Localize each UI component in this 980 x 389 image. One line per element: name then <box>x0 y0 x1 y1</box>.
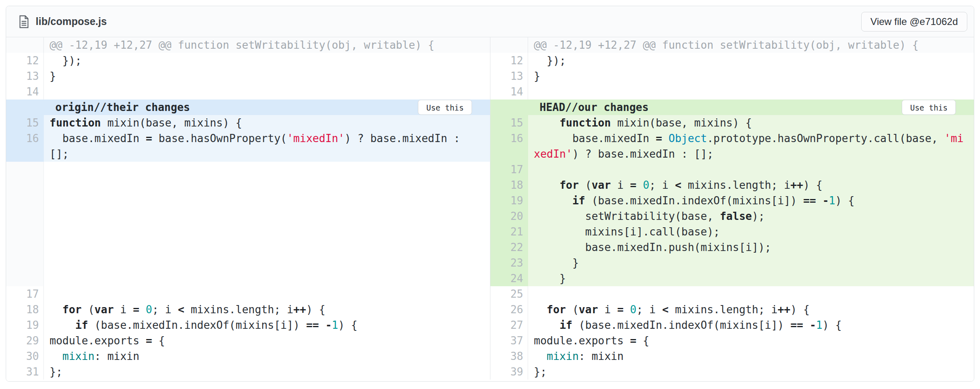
code-token-k: function <box>560 117 611 129</box>
code-row: 14 <box>490 84 974 100</box>
use-this-button[interactable]: Use this <box>902 100 956 115</box>
code-token: mixins.length; i <box>669 303 778 316</box>
code-token <box>50 303 62 316</box>
code-line: base.mixedIn = Object.prototype.hasOwnPr… <box>528 131 974 146</box>
code-token: }; <box>534 366 547 378</box>
code-token-k: false <box>720 210 752 222</box>
spacer-gutter <box>6 162 44 286</box>
code-token: .prototype.hasOwnProperty.call(base, <box>707 132 944 145</box>
code-row: xedIn') ? base.mixedIn : []; <box>490 146 974 162</box>
code-token: module.exports <box>534 335 630 347</box>
code-token-s: 'mixedIn' <box>287 132 345 145</box>
line-number: 31 <box>6 364 44 380</box>
code-token-k: - <box>822 194 829 207</box>
use-this-button[interactable]: Use this <box>418 100 472 115</box>
code-token-k: = <box>146 335 152 347</box>
line-number: 15 <box>490 115 528 131</box>
code-line: }; <box>528 364 974 380</box>
code-token <box>50 350 62 362</box>
code-row: 18 for (var i = 0; i < mixins.length; i+… <box>490 177 974 193</box>
code-token: mixin(base, mixins) { <box>101 117 242 129</box>
code-token <box>637 179 643 191</box>
code-row: 25 <box>490 286 974 302</box>
code-row: 22 base.mixedIn.push(mixins[i]); <box>490 240 974 255</box>
code-row: 13} <box>490 68 974 84</box>
code-row: 12 }); <box>6 53 490 68</box>
code-line: }); <box>44 53 490 68</box>
code-token-n: 1 <box>829 194 835 207</box>
code-token: } <box>50 70 56 82</box>
code-token: ( <box>579 179 592 191</box>
line-number: 30 <box>6 348 44 364</box>
code-line: } <box>44 68 490 84</box>
code-token-n: 0 <box>643 179 649 191</box>
code-token <box>534 303 547 316</box>
line-number: 18 <box>490 177 528 193</box>
conflict-banner-label: origin//their changes <box>55 101 190 113</box>
alignment-spacer <box>6 162 490 286</box>
line-number: 25 <box>490 286 528 302</box>
file-icon <box>18 15 29 28</box>
code-token <box>534 117 560 129</box>
code-token-k: = <box>133 303 140 316</box>
code-row: 37module.exports = { <box>490 333 974 348</box>
code-token-k: = <box>146 132 152 145</box>
code-token-n: 0 <box>630 303 637 316</box>
code-row: 24 } <box>490 271 974 286</box>
code-token <box>816 194 823 207</box>
line-number: 38 <box>490 348 528 364</box>
code-token: }; <box>50 366 62 378</box>
line-number: 16 <box>490 131 528 146</box>
code-line: function mixin(base, mixins) { <box>44 115 490 131</box>
conflict-banner-ours: HEAD//our changesUse this <box>490 100 974 115</box>
code-token: { <box>636 335 649 347</box>
code-line <box>44 84 490 100</box>
code-line: }); <box>528 53 974 68</box>
file-name: lib/compose.js <box>36 16 107 27</box>
line-number: 16 <box>6 131 44 146</box>
code-token-k: ++ <box>790 179 803 191</box>
line-number: 13 <box>490 68 528 84</box>
code-token-k: - <box>325 319 332 331</box>
line-number: 27 <box>490 317 528 333</box>
code-row: 31}; <box>6 364 490 380</box>
code-token: ) { <box>338 319 357 331</box>
view-file-button[interactable]: View file @e71062d <box>861 12 967 32</box>
code-token: base.mixedIn.push(mixins[i]); <box>534 241 771 253</box>
file-header: lib/compose.js View file @e71062d <box>6 6 974 37</box>
code-row: 27 if (base.mixedIn.indexOf(mixins[i]) =… <box>490 317 974 333</box>
code-token <box>803 319 810 331</box>
code-row: 17 <box>6 286 490 302</box>
code-token-p: mixin <box>62 350 94 362</box>
code-row: 15 function mixin(base, mixins) { <box>490 115 974 131</box>
line-number: 19 <box>6 317 44 333</box>
code-token-s: 'mi <box>944 132 964 145</box>
line-number <box>6 37 44 53</box>
code-line: } <box>528 255 974 271</box>
code-token: []; <box>50 148 69 160</box>
code-token: i <box>598 303 617 316</box>
code-line: module.exports = { <box>44 333 490 348</box>
code-token: base.hasOwnProperty( <box>152 132 287 145</box>
code-token-b: Object <box>669 132 707 145</box>
code-line: function mixin(base, mixins) { <box>528 115 974 131</box>
code-token: base.mixedIn <box>534 132 656 145</box>
code-row: 16 base.mixedIn = base.hasOwnProperty('m… <box>6 131 490 146</box>
code-line <box>528 162 974 177</box>
code-token: (base.mixedIn.indexOf(mixins[i]) <box>572 319 790 331</box>
code-token-n: 0 <box>146 303 152 316</box>
code-line: base.mixedIn = base.hasOwnProperty('mixe… <box>44 131 490 146</box>
code-token <box>319 319 325 331</box>
hunk-text: @@ -12,19 +12,27 @@ function setWritabil… <box>528 37 974 53</box>
code-token-k: ++ <box>293 303 306 316</box>
line-number: 20 <box>490 208 528 224</box>
code-token-p: mixin <box>547 350 578 362</box>
code-row: 18 for (var i = 0; i < mixins.length; i+… <box>6 302 490 317</box>
code-token: ; i <box>649 179 675 191</box>
code-line <box>528 286 974 302</box>
code-line: if (base.mixedIn.indexOf(mixins[i]) == -… <box>528 317 974 333</box>
code-row: 20 setWritability(base, false); <box>490 208 974 224</box>
code-row: 38 mixin: mixin <box>490 348 974 364</box>
line-number: 21 <box>490 224 528 240</box>
code-token <box>534 179 560 191</box>
